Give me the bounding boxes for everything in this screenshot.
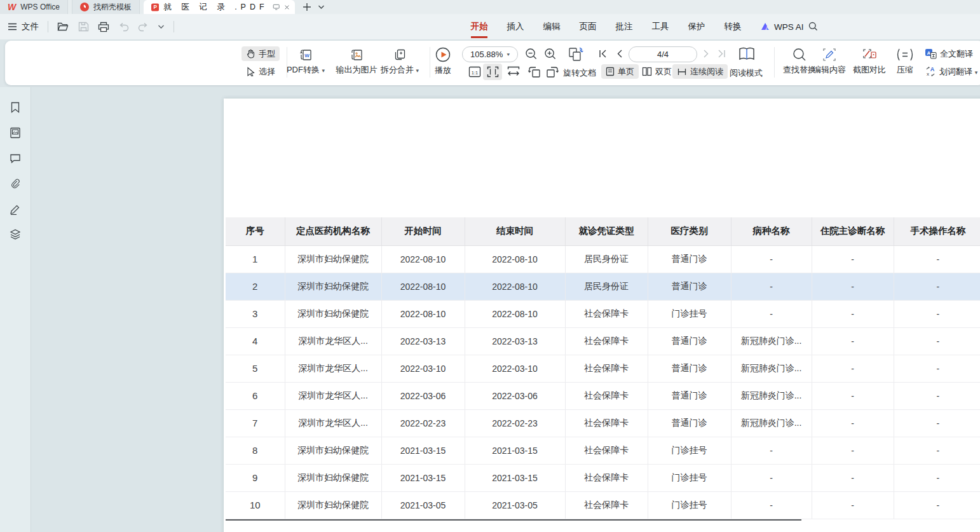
- word-translate-label: 划词翻译 ▾: [939, 66, 977, 78]
- table-cell: 社会保障卡: [565, 355, 648, 382]
- rotate-left-icon[interactable]: [527, 65, 541, 78]
- word-translate-button[interactable]: A x 划词翻译 ▾: [920, 64, 980, 79]
- ribbon-tab-tools[interactable]: 工具: [651, 21, 669, 32]
- table-row: 5深圳市龙华区人...2022-03-102022-03-10社会保障卡普通门诊…: [226, 355, 980, 382]
- file-menu[interactable]: 文件: [22, 21, 39, 32]
- ribbon-tab-convert[interactable]: 转换: [724, 21, 742, 32]
- next-page-icon[interactable]: [702, 49, 711, 58]
- document-viewport[interactable]: 序号定点医药机构名称开始时间结束时间就诊凭证类型医疗类别病种名称住院主诊断名称手…: [31, 87, 980, 532]
- export-image-label: 输出为图片: [336, 64, 378, 76]
- new-tab-icon[interactable]: [303, 3, 311, 11]
- first-page-icon[interactable]: [598, 49, 608, 58]
- continuous-read-button[interactable]: 连续阅读: [672, 64, 728, 79]
- split-merge-button[interactable]: 拆分合并 ▾: [378, 47, 422, 76]
- tab-docer-templates[interactable]: 找稻壳模板: [72, 0, 140, 14]
- ribbon-tab-insert[interactable]: 插入: [507, 21, 524, 32]
- table-row: 8深圳市妇幼保健院2021-03-152021-03-15社会保障卡门诊挂号--…: [226, 437, 980, 464]
- table-cell: -: [894, 464, 980, 491]
- table-cell: 居民身份证: [565, 245, 648, 273]
- screenshot-compare-button[interactable]: 截图对比: [847, 47, 892, 76]
- close-tab-icon[interactable]: [284, 4, 290, 11]
- ribbon-tab-annotate[interactable]: 批注: [615, 21, 633, 32]
- read-mode-book-icon[interactable]: [737, 45, 756, 63]
- rotate-pages-icon[interactable]: [567, 46, 585, 63]
- ribbon-tab-edit[interactable]: 编辑: [543, 21, 561, 32]
- table-cell: 社会保障卡: [565, 437, 648, 464]
- edit-content-label: 编辑内容: [813, 64, 846, 76]
- pdf-convert-button[interactable]: W PDF转换 ▾: [283, 47, 328, 76]
- table-cell: -: [731, 245, 812, 273]
- export-image-button[interactable]: 输出为图片: [334, 47, 379, 76]
- table-cell: 1: [226, 245, 285, 273]
- table-cell: 社会保障卡: [565, 382, 648, 409]
- docer-icon: [80, 3, 89, 11]
- table-cell: 社会保障卡: [565, 464, 648, 491]
- zoom-in-icon[interactable]: [544, 48, 557, 60]
- table-cell: 7: [226, 409, 285, 437]
- left-panel-bar: [0, 87, 31, 532]
- zoom-chevron-icon: ▾: [507, 52, 510, 57]
- main-menu-icon[interactable]: [8, 23, 17, 31]
- read-mode-label[interactable]: 阅读模式: [730, 67, 763, 79]
- layers-icon[interactable]: [9, 228, 22, 240]
- hand-tool-button[interactable]: 手型: [242, 46, 280, 61]
- table-cell: 深圳市龙华区人...: [285, 382, 381, 409]
- attachment-icon[interactable]: [9, 177, 22, 190]
- table-cell: 2022-08-10: [465, 300, 565, 327]
- table-cell: -: [812, 327, 894, 355]
- ribbon-toolbar: 手型 选择 W PDF转换 ▾ 输出为图片: [5, 41, 980, 85]
- screenshot-compare-label: 截图对比: [853, 64, 886, 76]
- play-button[interactable]: 播放: [430, 46, 456, 76]
- export-image-icon: [349, 47, 364, 62]
- last-page-icon[interactable]: [717, 49, 726, 58]
- table-header-cell: 序号: [226, 217, 285, 245]
- wps-ai-label: WPS AI: [774, 22, 804, 32]
- bookmark-icon[interactable]: [9, 101, 22, 114]
- present-monitor-icon[interactable]: [273, 3, 280, 11]
- print-icon[interactable]: [98, 22, 109, 32]
- zoom-level-select[interactable]: 105.88% ▾: [462, 46, 518, 62]
- thumbnail-icon[interactable]: [9, 126, 22, 139]
- tab-list-chevron-icon[interactable]: [318, 4, 325, 10]
- ribbon-tab-home[interactable]: 开始: [470, 21, 488, 32]
- ribbon-tab-protect[interactable]: 保护: [688, 21, 705, 32]
- zoom-out-icon[interactable]: [525, 48, 538, 60]
- redo-icon[interactable]: [138, 22, 149, 32]
- compress-button[interactable]: 压缩: [888, 47, 922, 76]
- tab-wps-office[interactable]: W WPS Office: [0, 0, 68, 14]
- signature-pen-icon[interactable]: [9, 203, 22, 215]
- table-row: 6深圳市龙华区人...2022-03-062022-03-06社会保障卡普通门诊…: [226, 382, 980, 409]
- menu-bar: 文件 开始 插入 编辑 页面: [0, 14, 980, 39]
- ribbon-tab-page[interactable]: 页面: [579, 21, 597, 32]
- svg-text:x: x: [927, 71, 929, 77]
- save-icon[interactable]: [78, 22, 89, 32]
- tab-document-active[interactable]: P 就 医 记 录 .PDF: [144, 0, 295, 14]
- open-file-icon[interactable]: [57, 22, 69, 32]
- word-translate-icon: A x: [925, 66, 936, 77]
- table-cell: 深圳市妇幼保健院: [285, 437, 381, 464]
- select-tool-button[interactable]: 选择: [242, 64, 280, 79]
- actual-size-icon[interactable]: 1:1: [468, 66, 481, 78]
- page-indicator-value: 4/4: [657, 50, 669, 59]
- full-translate-button[interactable]: A 全文翻译: [920, 46, 977, 61]
- fit-page-button[interactable]: [483, 64, 502, 80]
- comment-icon[interactable]: [9, 152, 22, 165]
- fit-width-icon[interactable]: [507, 66, 520, 78]
- quick-access-chevron-icon[interactable]: [158, 24, 165, 29]
- select-tool-label: 选择: [259, 66, 275, 78]
- separator: [48, 21, 48, 32]
- single-page-button[interactable]: 单页: [601, 64, 639, 79]
- table-cell: 普通门诊: [648, 273, 731, 300]
- edit-content-button[interactable]: 编辑内容: [806, 47, 852, 76]
- wps-ai-button[interactable]: WPS AI: [760, 14, 804, 39]
- rotate-right-icon[interactable]: [545, 65, 559, 78]
- zoom-level-value: 105.88%: [470, 50, 503, 59]
- table-cell: 2022-03-06: [465, 382, 565, 409]
- edit-content-icon: [822, 47, 837, 62]
- menu-search-icon[interactable]: [808, 22, 818, 31]
- rotate-doc-label[interactable]: 旋转文档: [563, 67, 596, 79]
- undo-icon[interactable]: [118, 22, 129, 32]
- prev-page-icon[interactable]: [615, 49, 623, 58]
- page-number-input[interactable]: 4/4: [629, 46, 697, 62]
- table-cell: 深圳市龙华区人...: [285, 409, 381, 437]
